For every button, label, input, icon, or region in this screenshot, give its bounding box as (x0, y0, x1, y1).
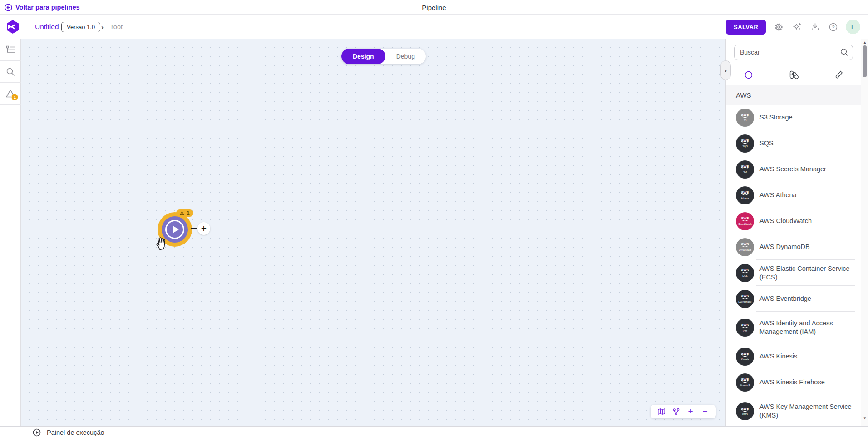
list-item-label: AWS Kinesis Firehose (760, 378, 856, 387)
list-item-kinesis[interactable]: aws Kinesis AWS Kinesis (726, 343, 861, 369)
panel-collapse-handle[interactable]: › (720, 60, 731, 80)
list-item-label: SQS (760, 139, 856, 148)
scroll-up-arrow[interactable]: ▲ (861, 40, 868, 45)
canvas-zoom-controls: + − (651, 405, 716, 418)
pipeline-name[interactable]: Untitled (35, 15, 59, 39)
list-item-label: AWS Eventbridge (760, 294, 856, 303)
aws-ecs-icon: aws ECS (736, 264, 754, 282)
map-icon (657, 408, 666, 415)
list-item-s3-storage[interactable]: aws S3 S3 Storage (726, 105, 861, 130)
tab-capsules[interactable] (771, 65, 816, 85)
zoom-in-button[interactable]: + (686, 407, 695, 417)
alerts-button[interactable]: 1 (0, 83, 21, 105)
page-title: Pipeline (0, 0, 868, 15)
list-item-label: AWS Secrets Manager (760, 165, 856, 174)
save-button[interactable]: SALVAR (726, 20, 766, 35)
aws-athena-icon: aws Athena (736, 186, 754, 204)
pills-icon (788, 70, 799, 80)
tab-components[interactable] (726, 65, 771, 85)
aws-s3-icon: aws S3 (736, 109, 754, 127)
component-list: aws S3 S3 Storage aws SQS SQS (726, 105, 861, 426)
list-item-eventbridge[interactable]: aws Eventbridge AWS Eventbridge (726, 286, 861, 312)
search-icon[interactable] (840, 48, 849, 57)
list-item-kinesis-firehose[interactable]: aws Kinesis F. AWS Kinesis Firehose (726, 369, 861, 395)
tab-debug[interactable]: Debug (385, 49, 426, 64)
aws-kinesis-firehose-icon: aws Kinesis F. (736, 373, 754, 392)
left-icon-rail: 1 (0, 39, 21, 426)
aws-cloudwatch-icon: aws CloudWatch (736, 212, 754, 230)
list-item-athena[interactable]: aws Athena AWS Athena (726, 182, 861, 208)
chevron-right-icon: › (725, 66, 727, 74)
help-icon[interactable]: ? (828, 21, 838, 32)
alerts-count-badge: 1 (11, 94, 18, 100)
list-item-label: AWS Identity and Access Management (IAM) (760, 319, 856, 336)
list-item-iam[interactable]: aws IAM AWS Identity and Access Manageme… (726, 312, 861, 343)
list-item-label: AWS CloudWatch (760, 217, 856, 225)
tab-test[interactable] (816, 65, 861, 85)
play-circle-icon (33, 428, 41, 437)
list-item-secrets-manager[interactable]: aws SM AWS Secrets Manager (726, 156, 861, 182)
scroll-down-arrow[interactable]: ▼ (861, 415, 868, 421)
user-avatar[interactable]: L (846, 20, 860, 34)
node-warning-badge[interactable]: ⚠ 1 (176, 209, 193, 217)
execution-panel-bar[interactable]: Painel de execução (0, 426, 868, 438)
branch-graph-icon (672, 408, 680, 416)
pipeline-toolbar: Untitled Versão 1.0 › root SALVAR (0, 15, 868, 39)
pipeline-canvas[interactable]: Design Debug ⚠ 1 + (21, 39, 725, 426)
zoom-out-button[interactable]: − (700, 407, 710, 417)
tree-icon (6, 45, 15, 54)
app-logo-icon[interactable] (6, 20, 20, 34)
pipeline-editor-app: Voltar para pipelines Pipeline Untitled … (0, 0, 868, 438)
auto-layout-button[interactable] (671, 407, 681, 417)
add-step-button[interactable]: + (197, 222, 210, 235)
ai-sparkles-icon[interactable] (791, 21, 802, 32)
pipeline-tree-button[interactable] (0, 39, 21, 61)
component-tabs (726, 65, 861, 85)
list-item-label: AWS Athena (760, 191, 856, 199)
test-tube-icon (833, 70, 843, 80)
warning-icon: ⚠ (180, 210, 184, 216)
minimap-button[interactable] (656, 407, 666, 417)
scrollbar-thumb[interactable] (863, 45, 867, 77)
aws-dynamodb-icon: aws DynamoDB (736, 238, 754, 256)
node-connector-line (191, 228, 197, 229)
list-item-kms[interactable]: aws KMS AWS Key Management Service (KMS) (726, 395, 861, 426)
aws-iam-icon: aws IAM (736, 319, 754, 337)
breadcrumb-chevron-icon: › (101, 15, 104, 39)
list-item-label: S3 Storage (760, 113, 856, 122)
node-warning-count: 1 (187, 210, 190, 216)
execution-panel-label: Painel de execução (47, 429, 104, 436)
list-item-dynamodb[interactable]: aws DynamoDB AWS DynamoDB (726, 234, 861, 260)
play-triangle-icon (173, 226, 179, 233)
list-item-ecs[interactable]: aws ECS AWS Elastic Container Service (E… (726, 260, 861, 286)
breadcrumb-root[interactable]: root (111, 15, 123, 39)
editor-body: 1 Design Debug ⚠ 1 (0, 39, 868, 426)
aws-secrets-manager-icon: aws SM (736, 160, 754, 179)
components-panel: › (725, 39, 868, 426)
toolbar-actions: SALVAR (726, 15, 860, 39)
tab-design[interactable]: Design (341, 49, 385, 64)
aws-sqs-icon: aws SQS (736, 134, 754, 153)
list-item-label: AWS Key Management Service (KMS) (760, 403, 856, 420)
svg-text:?: ? (832, 24, 834, 30)
settings-gear-icon[interactable] (773, 21, 784, 32)
section-header-aws: AWS (726, 85, 861, 105)
list-item-sqs[interactable]: aws SQS SQS (726, 130, 861, 156)
list-item-label: AWS Kinesis (760, 352, 856, 361)
mode-toggle: Design Debug (341, 49, 426, 64)
component-search (734, 45, 853, 60)
top-navigation-bar: Voltar para pipelines Pipeline (0, 0, 868, 15)
aws-eventbridge-icon: aws Eventbridge (736, 290, 754, 308)
play-ring-icon (165, 220, 184, 239)
search-icon (6, 67, 15, 76)
list-item-label: AWS Elastic Container Service (ECS) (760, 264, 856, 282)
aws-kinesis-icon: aws Kinesis (736, 348, 754, 366)
hand-cursor-icon (153, 234, 168, 251)
version-chip[interactable]: Versão 1.0 (61, 22, 100, 32)
toolbar-divider (22, 17, 22, 36)
component-search-input[interactable] (734, 45, 853, 60)
canvas-search-button[interactable] (0, 61, 21, 83)
list-item-cloudwatch[interactable]: aws CloudWatch AWS CloudWatch (726, 208, 861, 234)
download-icon[interactable] (809, 21, 820, 32)
panel-scrollbar[interactable]: ▲ ▼ (861, 39, 868, 426)
